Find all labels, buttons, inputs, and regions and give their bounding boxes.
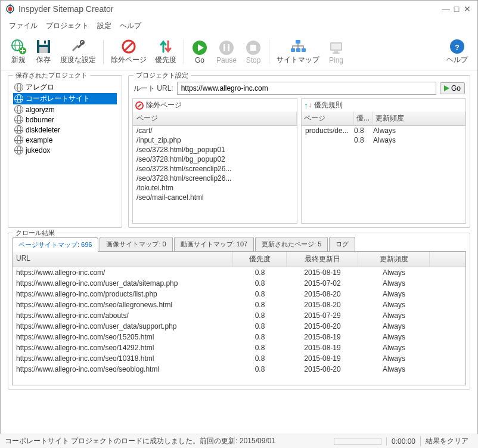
svg-rect-29 <box>334 51 338 52</box>
stop-icon <box>245 39 262 56</box>
tab-page-sitemap[interactable]: ページサイトマップ: 696 <box>12 237 98 252</box>
status-message: コーポレートサイト プロジェクトのロードに成功しました。前回の更新: 2015/… <box>5 436 275 446</box>
ping-button[interactable]: Ping <box>324 38 348 66</box>
table-row[interactable]: https://www.allegro-inc.com/seo/15205.ht… <box>13 332 465 342</box>
svg-rect-3 <box>10 11 10 14</box>
root-url-input[interactable] <box>177 82 436 95</box>
go-url-button[interactable]: Go <box>440 82 465 94</box>
separator <box>269 40 269 64</box>
separator <box>184 40 184 64</box>
globe-icon <box>14 146 23 155</box>
priority-col-freq[interactable]: 更新頻度 <box>373 112 465 125</box>
toolbar: 新規 保存 度度な設定 除外ページ 優先度 Go Pause Stop サイトマ… <box>1 36 477 70</box>
project-settings-panel: プロジェクト設定 ルート URL: Go 除外ページ ページ /cart//in… <box>128 75 470 228</box>
crawl-legend: クロール結果 <box>13 228 57 237</box>
excluded-item[interactable]: /input_zip.php <box>133 135 297 145</box>
table-row[interactable]: https://www.allegro-inc.com/products/lis… <box>13 289 465 299</box>
maximize-button[interactable]: □ <box>451 4 462 14</box>
help-icon: ? <box>449 38 465 55</box>
svg-rect-22 <box>250 45 256 51</box>
svg-rect-30 <box>333 52 340 54</box>
pause-icon <box>218 39 235 56</box>
svg-rect-24 <box>291 48 295 52</box>
saved-projects-panel: 保存されたプロジェクト アレグロコーポレートサイトalgoryzmbdburne… <box>8 75 122 228</box>
excluded-col-page[interactable]: ページ <box>133 112 297 125</box>
tab-log[interactable]: ログ <box>329 237 355 251</box>
excluded-title: 除外ページ <box>146 100 182 110</box>
svg-rect-2 <box>10 4 10 7</box>
menu-project[interactable]: プロジェクト <box>46 21 89 31</box>
prohibit-icon <box>135 101 144 110</box>
globe-icon <box>14 125 23 134</box>
menu-settings[interactable]: 設定 <box>97 21 111 31</box>
project-item[interactable]: algoryzm <box>13 104 117 115</box>
col-freq[interactable]: 更新頻度 <box>358 252 430 267</box>
tab-video-sitemap[interactable]: 動画サイトマップ: 107 <box>174 237 254 251</box>
priority-row[interactable]: products/de...0.8Always <box>302 126 465 135</box>
priority-rules-panel: ↑↓優先規則 ページ 優... 更新頻度 products/de...0.8Al… <box>301 98 466 224</box>
close-button[interactable]: ✕ <box>462 4 473 14</box>
project-item[interactable]: コーポレートサイト <box>13 93 117 104</box>
minimize-button[interactable]: — <box>440 4 451 14</box>
project-item[interactable]: example <box>13 135 117 145</box>
advanced-settings-button[interactable]: 度度な設定 <box>57 37 100 66</box>
project-item[interactable]: bdburner <box>13 115 117 125</box>
excluded-item[interactable]: /seo/3728.html/screenclip26... <box>133 164 297 174</box>
project-item[interactable]: アレグロ <box>13 82 117 93</box>
priority-col-page[interactable]: ページ <box>302 112 354 125</box>
svg-text:?: ? <box>455 44 459 52</box>
clear-results-button[interactable]: 結果をクリア <box>420 436 473 446</box>
exclude-pages-button[interactable]: 除外ページ <box>107 37 150 66</box>
titlebar: Inspyder Sitemap Creator — □ ✕ <box>1 1 477 17</box>
svg-rect-23 <box>296 40 300 44</box>
tab-updated-pages[interactable]: 更新されたページ: 5 <box>255 237 328 251</box>
excluded-item[interactable]: /tokutei.htm <box>133 183 297 193</box>
col-date[interactable]: 最終更新日 <box>287 252 358 267</box>
table-row[interactable]: https://www.allegro-inc.com/user_data/si… <box>13 278 465 289</box>
project-item[interactable]: jukedox <box>13 145 117 155</box>
excluded-item[interactable]: /seo/3728.html/bg_popup02 <box>133 155 297 164</box>
svg-rect-20 <box>228 44 229 51</box>
save-button[interactable]: 保存 <box>32 37 55 66</box>
table-row[interactable]: https://www.allegro-inc.com/seo/14292.ht… <box>13 342 465 353</box>
project-tree[interactable]: アレグロコーポレートサイトalgoryzmbdburnerdiskdeleter… <box>12 79 118 157</box>
table-row[interactable]: https://www.allegro-inc.com/0.82015-08-1… <box>13 267 465 278</box>
excluded-item[interactable]: /seo/3728.html/bg_popup01 <box>133 145 297 155</box>
col-priority[interactable]: 優先度 <box>233 252 287 267</box>
priority-row[interactable]: 0.8Always <box>302 135 465 145</box>
priority-list[interactable]: products/de...0.8Always0.8Always <box>302 126 465 223</box>
globe-icon <box>14 115 23 124</box>
go-button[interactable]: Go <box>188 38 212 66</box>
help-button[interactable]: ? ヘルプ <box>443 37 471 66</box>
excluded-item[interactable]: /cart/ <box>133 126 297 135</box>
menu-help[interactable]: ヘルプ <box>120 21 141 31</box>
priority-arrows-icon: ↑↓ <box>304 101 312 110</box>
priority-col-pri[interactable]: 優... <box>354 112 373 125</box>
table-row[interactable]: https://www.allegro-inc.com/seo/seoblog.… <box>13 364 465 375</box>
separator <box>103 40 104 64</box>
svg-rect-25 <box>296 48 300 52</box>
play-icon <box>444 85 449 91</box>
crawl-table-body[interactable]: https://www.allegro-inc.com/0.82015-08-1… <box>13 267 465 385</box>
excluded-item[interactable]: /seo/mail-cancel.html <box>133 193 297 202</box>
excluded-list[interactable]: /cart//input_zip.php/seo/3728.html/bg_po… <box>133 126 297 223</box>
table-row[interactable]: https://www.allegro-inc.com/user_data/su… <box>13 321 465 332</box>
tab-image-sitemap[interactable]: 画像サイトマップ: 0 <box>100 237 172 251</box>
menu-file[interactable]: ファイル <box>9 21 38 31</box>
col-url[interactable]: URL <box>13 252 233 267</box>
new-button[interactable]: 新規 <box>7 37 30 66</box>
table-row[interactable]: https://www.allegro-inc.com/abouts/0.820… <box>13 310 465 321</box>
excluded-item[interactable]: /seo/3728.html/screenclip26... <box>133 174 297 183</box>
crawl-results-panel: クロール結果 ページサイトマップ: 696 画像サイトマップ: 0 動画サイトマ… <box>8 233 470 390</box>
table-row[interactable]: https://www.allegro-inc.com/seo/10318.ht… <box>13 353 465 364</box>
priority-button[interactable]: 優先度 <box>151 37 180 66</box>
table-row[interactable]: https://www.allegro-inc.com/seo/allegron… <box>13 299 465 310</box>
sitemap-button[interactable]: サイトマップ <box>273 37 323 66</box>
project-item[interactable]: diskdeleter <box>13 125 117 135</box>
stop-button[interactable]: Stop <box>241 38 265 66</box>
pause-button[interactable]: Pause <box>213 38 240 66</box>
excluded-pages-panel: 除外ページ ページ /cart//input_zip.php/seo/3728.… <box>132 98 297 224</box>
progress-bar <box>334 438 381 445</box>
globe-plus-icon <box>10 38 27 55</box>
monitor-icon <box>328 39 344 56</box>
